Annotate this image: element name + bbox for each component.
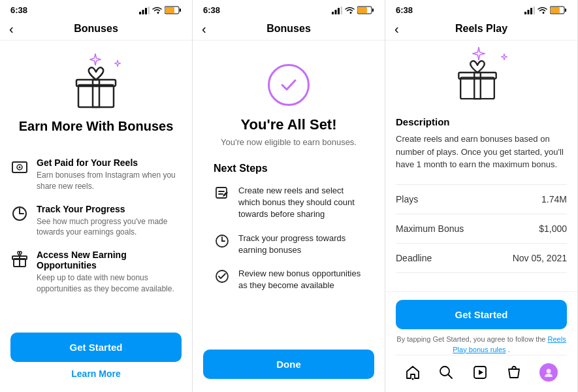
svg-rect-7 — [78, 85, 114, 107]
stats-label-bonus: Maximum Bonus — [396, 223, 464, 234]
get-started-button-3[interactable]: Get Started — [396, 300, 567, 329]
svg-rect-19 — [335, 10, 337, 14]
svg-rect-25 — [216, 188, 227, 198]
feature-icon-reel — [10, 158, 29, 176]
description-text: Create reels and earn bonuses based on n… — [396, 133, 567, 171]
panel1-content: Earn More With Bonuses Get Paid for Your… — [0, 41, 192, 325]
nav-shop[interactable] — [500, 362, 528, 383]
svg-rect-1 — [142, 10, 144, 14]
svg-point-47 — [547, 369, 551, 374]
stats-row-plays: Plays 1.74M — [396, 184, 567, 214]
panel3-footer: Get Started By tapping Get Started, you … — [385, 291, 577, 392]
get-started-button-1[interactable]: Get Started — [10, 333, 182, 362]
svg-rect-39 — [460, 78, 494, 99]
back-button-3[interactable]: ‹ — [394, 22, 399, 37]
header-3: ‹ Reels Play — [385, 18, 577, 41]
description-title: Description — [396, 116, 567, 127]
svg-point-42 — [411, 378, 413, 380]
svg-rect-6 — [180, 8, 181, 12]
reel-icon — [11, 159, 28, 176]
feature-title-2: Track Your Progress — [37, 204, 182, 214]
nav-profile[interactable] — [533, 361, 564, 384]
svg-rect-38 — [565, 8, 566, 12]
panel-bonuses-intro: 6:38 ‹ Bonuses — [0, 0, 193, 392]
stats-row-deadline: Deadline Nov 05, 2021 — [396, 244, 567, 273]
feature-title-1: Get Paid for Your Reels — [37, 157, 182, 168]
signal-icon-2 — [332, 7, 342, 14]
svg-rect-23 — [358, 7, 367, 13]
step-icon-track — [214, 233, 231, 250]
person-icon — [543, 367, 554, 378]
main-title-1: Earn More With Bonuses — [19, 119, 174, 134]
feature-desc-3: Keep up to date with new bonus opportuni… — [37, 272, 182, 295]
stats-value-bonus: $1,000 — [539, 223, 567, 234]
panel-bonuses-success: 6:38 ‹ Bonuses You're All Set! You're no… — [193, 0, 385, 392]
hero-area-1: Earn More With Bonuses — [10, 51, 182, 157]
search-icon — [438, 365, 454, 380]
stats-label-plays: Plays — [396, 194, 418, 204]
status-bar-2: 6:38 — [193, 0, 385, 18]
nav-search[interactable] — [432, 362, 460, 383]
svg-point-13 — [19, 167, 21, 169]
gift-icon-wrapper-3 — [455, 51, 507, 103]
home-icon — [405, 365, 421, 380]
svg-rect-18 — [332, 12, 334, 14]
svg-rect-5 — [165, 7, 174, 13]
panel1-footer: Get Started Learn More — [0, 325, 192, 392]
avatar — [539, 363, 558, 382]
check-circle — [268, 64, 310, 106]
feature-desc-2: See how much progress you've made toward… — [37, 216, 182, 238]
feature-icon-earn — [10, 250, 29, 269]
svg-marker-46 — [479, 370, 483, 375]
status-icons-1 — [139, 6, 182, 14]
feature-item-1: Get Paid for Your Reels Earn bonuses fro… — [10, 157, 182, 192]
status-icons-2 — [332, 6, 374, 14]
svg-rect-24 — [372, 8, 374, 12]
step-item-3: Review new bonus opportunities as they b… — [214, 268, 364, 291]
feature-item-2: Track Your Progress See how much progres… — [10, 204, 182, 238]
wifi-icon — [152, 7, 162, 14]
disclaimer-prefix: By tapping Get Started, you agree to fol… — [396, 335, 545, 343]
back-button-1[interactable]: ‹ — [9, 22, 14, 37]
learn-more-button[interactable]: Learn More — [71, 368, 120, 379]
disclaimer-suffix: . — [508, 346, 510, 353]
svg-rect-33 — [528, 10, 530, 14]
svg-rect-21 — [341, 7, 343, 14]
feature-title-3: Access New Earning Opportunities — [37, 250, 182, 270]
svg-rect-3 — [148, 7, 150, 14]
stats-label-deadline: Deadline — [396, 253, 432, 263]
status-bar-1: 6:38 — [0, 0, 192, 18]
feature-desc-1: Earn bonuses from Instagram when you sha… — [37, 170, 182, 192]
gift-box-icon — [73, 65, 119, 110]
battery-icon — [165, 6, 182, 14]
checkmark-circle-icon — [214, 269, 230, 284]
back-button-2[interactable]: ‹ — [202, 22, 206, 37]
panel-reels-play: 6:38 ‹ Reels Play — [385, 0, 578, 392]
battery-icon-2 — [357, 6, 374, 14]
progress-icon — [11, 205, 28, 222]
feature-list-1: Get Paid for Your Reels Earn bonuses fro… — [10, 157, 182, 295]
gift-icon-wrapper — [70, 59, 122, 111]
success-area: You're All Set! You're now eligible to e… — [203, 51, 374, 314]
wifi-icon-2 — [345, 7, 355, 14]
panel2-footer: Done — [193, 342, 385, 392]
step-item-2: Track your progress towards earning bonu… — [214, 233, 364, 256]
disclaimer-text: By tapping Get Started, you agree to fol… — [396, 335, 567, 355]
wifi-icon-3 — [538, 7, 547, 14]
gift-box-icon-3 — [455, 59, 500, 101]
signal-icon — [139, 7, 150, 14]
svg-rect-2 — [145, 8, 147, 14]
sparkle-star-3 — [472, 47, 485, 60]
nav-home[interactable] — [398, 362, 427, 383]
feature-text-3: Access New Earning Opportunities Keep up… — [37, 250, 182, 295]
nav-reels[interactable] — [466, 362, 494, 383]
header-title-2: Bonuses — [266, 23, 311, 35]
panel3-main-content: Description Create reels and earn bonuse… — [385, 108, 577, 281]
done-button[interactable]: Done — [203, 350, 374, 379]
status-time-3: 6:38 — [396, 5, 413, 15]
step-text-1: Create new reels and select which bonus … — [238, 185, 364, 221]
signal-icon-3 — [524, 7, 535, 14]
stats-value-plays: 1.74M — [541, 194, 567, 204]
svg-line-44 — [449, 375, 453, 379]
feature-icon-progress — [10, 204, 29, 223]
